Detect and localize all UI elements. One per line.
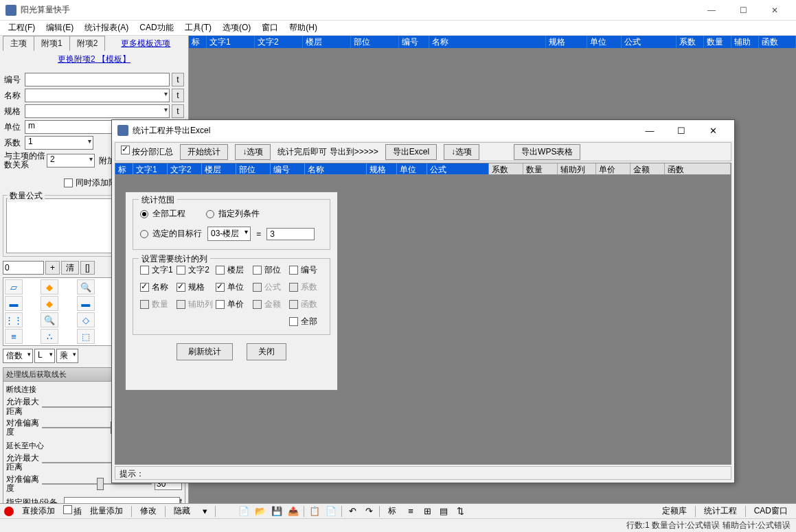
chk-anfenbu[interactable] [121,146,130,154]
btn-options1[interactable]: ↓选项 [235,144,271,160]
chk-wz1[interactable]: 文字1 [140,264,174,276]
tool-6[interactable]: ▬ [5,296,23,311]
btn-biao[interactable]: 标 [384,505,400,518]
menu-edit[interactable]: 编辑(E) [41,21,79,35]
btn-close-panel[interactable]: 关闭 [247,343,286,360]
col-bw[interactable]: 部位 [351,36,399,48]
tool-8[interactable]: ▬ [77,296,95,311]
col-bh[interactable]: 编号 [399,36,429,48]
chk-qb[interactable]: 全部 [289,316,323,327]
col-gs[interactable]: 公式 [622,36,676,48]
dcol-je[interactable]: 金额 [630,163,665,174]
combo-xishu[interactable]: 1 [25,136,93,150]
btn-batch-add[interactable]: 批量添加 [86,505,127,518]
combo-guige[interactable] [25,104,170,118]
btn-start-stat[interactable]: 开始统计 [180,144,228,160]
chk-dw[interactable]: 单位 [216,281,249,293]
chk-insert[interactable] [63,505,72,514]
close-button[interactable]: ✕ [759,0,791,21]
btn-clear[interactable]: 清 [61,261,79,275]
dcol-dj[interactable]: 单价 [596,163,630,174]
col-wz1[interactable]: 文字1 [207,36,255,48]
grid-icon[interactable]: ⊞ [421,505,433,518]
col-dw[interactable]: 单位 [587,36,622,48]
btn-export-excel[interactable]: 导出Excel [385,144,437,160]
input-cond-val[interactable] [266,228,315,240]
btn-dinge[interactable]: 定额库 [658,505,691,518]
col-biao[interactable]: 标 [189,36,207,48]
new-icon[interactable]: 📄 [238,505,250,518]
menu-file[interactable]: 工程(F) [3,21,41,35]
chk-lc[interactable]: 楼层 [216,264,249,276]
menu-options[interactable]: 选项(O) [217,21,256,35]
paste-icon[interactable]: 📄 [325,505,337,518]
undo-icon[interactable]: ↶ [346,505,359,518]
radio-cond[interactable] [206,210,214,218]
col-gg[interactable]: 规格 [546,36,587,48]
combo-beishu2[interactable]: 倍数 [3,349,33,363]
dcol-bw[interactable]: 部位 [236,163,271,174]
col-mc[interactable]: 名称 [429,36,546,48]
combo-mingcheng[interactable] [25,89,170,102]
input-bianhao[interactable] [25,73,170,86]
list-icon[interactable]: ≡ [405,505,417,518]
tool-1[interactable]: ▱ [5,279,23,294]
btn-refresh-stat[interactable]: 刷新统计 [177,343,233,360]
radio-cond-row[interactable]: 指定列条件 [206,208,260,220]
tab-sub2[interactable]: 附项2 [69,36,106,51]
radio-selrow[interactable] [140,230,148,238]
btn-export-wps[interactable]: 导出WPS表格 [514,144,580,160]
chk-bh[interactable]: 编号 [289,264,323,276]
tab-sub1[interactable]: 附项1 [34,36,70,51]
radio-all[interactable] [140,210,148,218]
menu-report[interactable]: 统计报表(A) [79,21,134,35]
sort-icon[interactable]: ⇅ [454,505,466,518]
tool-12[interactable]: 🔍 [41,312,58,327]
chevron-down-icon[interactable]: ▾ [198,505,211,518]
btn-bianhao-t[interactable]: t [172,73,184,86]
dcol-wz1[interactable]: 文字1 [133,163,168,174]
tool-2[interactable]: ◆ [41,279,58,294]
dcol-xs[interactable]: 系数 [489,163,523,174]
btn-options2[interactable]: ↓选项 [444,144,479,160]
dcol-gg[interactable]: 规格 [367,163,397,174]
dcol-sl[interactable]: 数量 [523,163,558,174]
tool-3[interactable]: 🔍 [77,279,95,294]
radio-selrow-row[interactable]: 选定的目标行 [140,228,202,240]
btn-plus[interactable]: + [45,261,60,275]
tool-17[interactable]: ∴ [41,329,58,344]
dcol-bh[interactable]: 编号 [271,163,305,174]
btn-cadwin[interactable]: CAD窗口 [750,505,792,518]
menu-window[interactable]: 窗口 [256,21,284,35]
col-fz[interactable]: 辅助 [731,36,759,48]
col-wz2[interactable]: 文字2 [255,36,303,48]
tool-13[interactable]: ◇ [77,312,95,327]
more-template-link[interactable]: 更多模板选项 [118,36,173,51]
menu-tools[interactable]: 工具(T) [179,21,217,35]
expr-input[interactable] [3,261,44,275]
col-lc[interactable]: 楼层 [303,36,351,48]
dcol-wz2[interactable]: 文字2 [168,163,202,174]
btn-direct-add[interactable]: 直接添加 [18,505,59,518]
btn-modify[interactable]: 修改 [136,505,161,518]
col-hs[interactable]: 函数 [759,36,796,48]
col-sl[interactable]: 数量 [704,36,731,48]
combo-beishu[interactable]: 2 [47,154,95,167]
col-xs[interactable]: 系数 [676,36,704,48]
combo-cheng[interactable]: 乘 [56,349,78,363]
btn-bracket[interactable]: [] [80,261,95,275]
dcol-hs[interactable]: 函数 [665,163,731,174]
btn-mingcheng-t[interactable]: t [172,89,184,102]
chk-mc[interactable]: 名称 [140,281,174,293]
record-icon[interactable] [4,507,14,516]
dialog-close[interactable]: ✕ [697,120,729,141]
dcol-gs[interactable]: 公式 [427,163,489,174]
chk-anfenbu-label[interactable]: 按分部汇总 [121,146,173,158]
open-icon[interactable]: 📂 [254,505,266,518]
combo-cond-col[interactable]: 03-楼层 [207,227,251,241]
tool-7[interactable]: ◆ [41,296,58,311]
btn-tongji[interactable]: 统计工程 [700,505,741,518]
maximize-button[interactable]: ☐ [727,0,759,21]
chk-insert-label[interactable]: 插 [63,505,82,518]
tool-11[interactable]: ⋮⋮ [5,312,23,327]
